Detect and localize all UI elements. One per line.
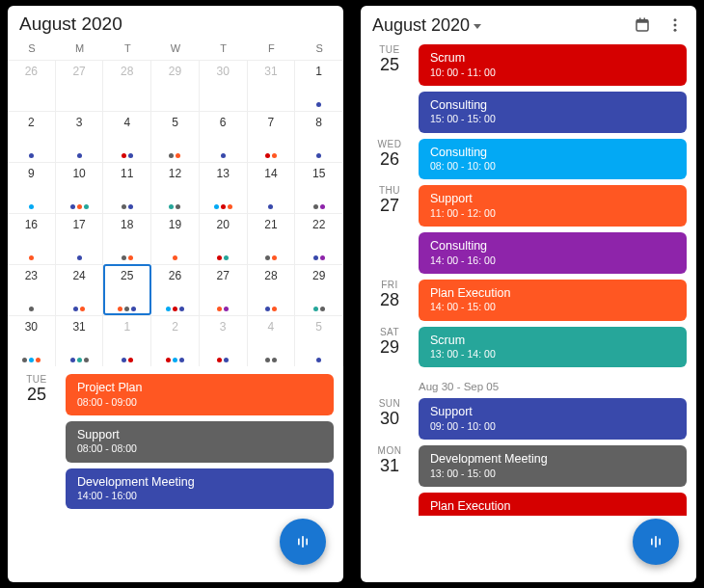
day-cell[interactable]: 27 bbox=[200, 264, 248, 315]
day-cell[interactable]: 1 bbox=[295, 60, 343, 111]
day-number: 27 bbox=[72, 65, 85, 78]
day-cell[interactable]: 15 bbox=[295, 162, 343, 213]
day-cell[interactable]: 29 bbox=[295, 264, 343, 315]
day-cell[interactable]: 5 bbox=[295, 315, 343, 366]
event-dot bbox=[320, 307, 325, 311]
day-cell[interactable]: 1 bbox=[103, 315, 151, 366]
day-cell[interactable]: 19 bbox=[151, 213, 200, 264]
event-indicators bbox=[29, 153, 34, 158]
day-cell[interactable]: 31 bbox=[248, 60, 296, 111]
event-card[interactable]: Consulting08: 00 - 10: 00 bbox=[419, 139, 687, 180]
fab-button[interactable] bbox=[633, 519, 679, 565]
day-cell[interactable]: 22 bbox=[295, 213, 343, 264]
day-label: TUE25 bbox=[370, 44, 409, 133]
event-dot bbox=[265, 153, 270, 158]
day-cell[interactable]: 13 bbox=[200, 162, 248, 213]
agenda-right: TUE25Scrum10: 00 - 11: 00Consulting15: 0… bbox=[361, 42, 696, 582]
day-number: 25 bbox=[17, 385, 56, 405]
day-cell[interactable]: 5 bbox=[151, 111, 200, 162]
day-cell[interactable]: 24 bbox=[56, 264, 104, 315]
day-cell[interactable]: 30 bbox=[8, 315, 56, 366]
event-indicators bbox=[70, 358, 89, 362]
event-dot bbox=[313, 204, 318, 209]
today-button[interactable] bbox=[629, 12, 656, 39]
day-cell[interactable]: 3 bbox=[56, 111, 104, 162]
event-dot bbox=[176, 153, 180, 158]
svg-rect-4 bbox=[636, 20, 648, 23]
day-cell[interactable]: 9 bbox=[8, 162, 56, 213]
day-cell[interactable]: 6 bbox=[200, 111, 248, 162]
day-number: 29 bbox=[169, 65, 181, 78]
day-cell[interactable]: 27 bbox=[56, 60, 104, 111]
svg-point-8 bbox=[674, 24, 677, 27]
day-cell[interactable]: 10 bbox=[56, 162, 104, 213]
fab-button[interactable] bbox=[280, 519, 326, 565]
event-dot bbox=[313, 255, 318, 260]
day-number: 8 bbox=[315, 116, 322, 129]
day-cell[interactable]: 3 bbox=[200, 315, 248, 366]
event-card[interactable]: Support09: 00 - 10: 00 bbox=[419, 398, 687, 440]
day-cell[interactable]: 31 bbox=[56, 315, 104, 366]
day-cell[interactable]: 7 bbox=[248, 111, 296, 162]
month-grid: SMTWTFS262728293031123456789101112131415… bbox=[8, 39, 343, 366]
day-number: 5 bbox=[172, 116, 178, 129]
day-cell[interactable]: 2 bbox=[8, 111, 56, 162]
day-number: 16 bbox=[25, 218, 38, 231]
day-cell[interactable]: 4 bbox=[248, 315, 296, 366]
weekday-header: T bbox=[200, 39, 248, 60]
day-cell[interactable]: 26 bbox=[151, 264, 200, 315]
day-number: 14 bbox=[264, 167, 277, 180]
day-cell[interactable]: 12 bbox=[151, 162, 200, 213]
event-card[interactable]: Consulting15: 00 - 15: 00 bbox=[419, 92, 687, 133]
day-cell[interactable]: 21 bbox=[248, 213, 296, 264]
day-cell[interactable]: 20 bbox=[200, 213, 248, 264]
day-number: 7 bbox=[268, 116, 275, 129]
day-cell[interactable]: 2 bbox=[151, 315, 200, 366]
event-card[interactable]: Scrum10: 00 - 11: 00 bbox=[419, 44, 687, 86]
event-indicators bbox=[169, 204, 180, 209]
day-cell[interactable]: 4 bbox=[103, 111, 151, 162]
day-number: 26 bbox=[25, 65, 38, 78]
event-dot bbox=[179, 307, 184, 311]
agenda-view-screen: August 2020 TUE25Scrum10: 00 - 11: 00Con… bbox=[361, 6, 696, 582]
event-card[interactable]: Support08:00 - 08:00 bbox=[66, 421, 334, 463]
day-label: THU27 bbox=[370, 185, 409, 274]
day-number: 6 bbox=[220, 116, 227, 129]
event-dot bbox=[77, 358, 82, 362]
month-title: August 2020 bbox=[8, 6, 343, 39]
event-time: 08: 00 - 10: 00 bbox=[430, 160, 675, 173]
day-cell[interactable]: 18 bbox=[103, 213, 151, 264]
event-card[interactable]: Consulting14: 00 - 16: 00 bbox=[419, 232, 687, 274]
day-cell[interactable]: 11 bbox=[103, 162, 151, 213]
event-dot bbox=[29, 153, 34, 158]
event-dot bbox=[316, 358, 321, 362]
event-card[interactable]: Development Meeting13: 00 - 15: 00 bbox=[419, 445, 687, 487]
day-cell[interactable]: 29 bbox=[151, 60, 200, 111]
day-cell[interactable]: 8 bbox=[295, 111, 343, 162]
day-number: 30 bbox=[370, 409, 409, 429]
event-dot bbox=[320, 255, 325, 260]
day-cell[interactable]: 14 bbox=[248, 162, 296, 213]
day-number: 18 bbox=[121, 218, 133, 231]
day-cell[interactable]: 17 bbox=[56, 213, 104, 264]
event-card[interactable]: Project Plan08:00 - 09:00 bbox=[66, 374, 334, 415]
month-dropdown[interactable]: August 2020 bbox=[372, 15, 623, 36]
day-cell[interactable]: 30 bbox=[200, 60, 248, 111]
event-card[interactable]: Plan Execution bbox=[419, 493, 687, 517]
event-card[interactable]: Support11: 00 - 12: 00 bbox=[419, 185, 687, 227]
event-dot bbox=[80, 307, 85, 311]
event-dot bbox=[217, 307, 222, 311]
day-cell[interactable]: 25 bbox=[103, 264, 151, 315]
event-card[interactable]: Plan Execution14: 00 - 15: 00 bbox=[419, 280, 687, 321]
day-number: 22 bbox=[312, 218, 325, 231]
event-card[interactable]: Development Meeting14:00 - 16:00 bbox=[66, 468, 334, 510]
day-cell[interactable]: 28 bbox=[248, 264, 296, 315]
event-time: 15: 00 - 15: 00 bbox=[430, 113, 675, 125]
event-card[interactable]: Scrum13: 00 - 14: 00 bbox=[419, 327, 687, 368]
day-cell[interactable]: 28 bbox=[103, 60, 151, 111]
more-button[interactable] bbox=[662, 12, 689, 39]
day-cell[interactable]: 16 bbox=[8, 213, 56, 264]
day-cell[interactable]: 23 bbox=[8, 264, 56, 315]
day-number: 11 bbox=[121, 167, 133, 180]
day-cell[interactable]: 26 bbox=[8, 60, 56, 111]
